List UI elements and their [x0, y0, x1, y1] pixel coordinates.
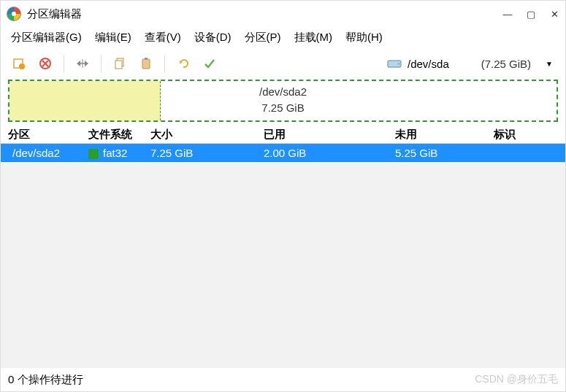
fs-color-icon	[88, 149, 99, 159]
svg-rect-10	[115, 61, 122, 69]
pending-operations: 0 个操作待进行	[8, 373, 83, 387]
col-used[interactable]: 已用	[264, 128, 395, 142]
watermark-text: CSDN @身价五毛	[475, 373, 558, 386]
close-button[interactable]: ✕	[549, 9, 559, 20]
app-logo-icon	[7, 7, 21, 21]
copy-icon[interactable]	[109, 53, 131, 74]
titlebar: 分区编辑器 — ▢ ✕	[1, 1, 565, 27]
maximize-button[interactable]: ▢	[526, 9, 536, 20]
col-filesystem[interactable]: 文件系统	[88, 128, 150, 142]
resize-partition-icon[interactable]	[72, 53, 93, 74]
empty-area	[1, 162, 565, 368]
table-header: 分区 文件系统 大小 已用 未用 标识	[1, 126, 565, 144]
cell-size: 7.25 GiB	[150, 147, 264, 159]
menu-mount[interactable]: 挂载(M)	[288, 28, 339, 47]
minimize-button[interactable]: —	[502, 9, 513, 20]
undo-icon[interactable]	[172, 53, 194, 74]
apply-icon[interactable]	[199, 53, 221, 74]
cell-used: 2.00 GiB	[264, 147, 395, 159]
menubar: 分区编辑器(G) 编辑(E) 查看(V) 设备(D) 分区(P) 挂载(M) 帮…	[1, 27, 565, 49]
delete-partition-icon[interactable]	[34, 53, 56, 74]
window-title: 分区编辑器	[27, 7, 502, 21]
svg-rect-11	[142, 59, 150, 69]
col-free[interactable]: 未用	[395, 128, 494, 142]
new-partition-icon[interactable]	[8, 53, 30, 74]
cell-filesystem: fat32	[88, 147, 150, 159]
cell-free: 5.25 GiB	[395, 147, 494, 159]
chevron-down-icon: ▼	[546, 60, 553, 68]
toolbar-separator	[64, 55, 64, 72]
statusbar: 0 个操作待进行 CSDN @身价五毛	[1, 368, 565, 391]
menu-device[interactable]: 设备(D)	[188, 28, 237, 47]
menu-view[interactable]: 查看(V)	[139, 28, 187, 47]
partition-visual[interactable]: /dev/sda2 7.25 GiB	[8, 80, 558, 122]
menu-partition[interactable]: 分区(P)	[239, 28, 287, 47]
device-name: /dev/sda	[408, 58, 449, 70]
svg-point-1	[12, 12, 16, 16]
partition-visual-size: 7.25 GiB	[9, 101, 557, 114]
menu-help[interactable]: 帮助(H)	[340, 28, 389, 47]
menu-edit[interactable]: 编辑(E)	[89, 28, 137, 47]
table-row[interactable]: /dev/sda2 fat32 7.25 GiB 2.00 GiB 5.25 G…	[1, 144, 565, 162]
toolbar-separator	[101, 55, 102, 72]
toolbar-separator	[164, 55, 165, 72]
col-partition[interactable]: 分区	[8, 128, 88, 142]
svg-point-14	[398, 64, 399, 65]
partition-visual-name: /dev/sda2	[9, 85, 557, 98]
svg-rect-12	[145, 58, 148, 60]
col-flags[interactable]: 标识	[494, 128, 558, 142]
toolbar: /dev/sda (7.25 GiB) ▼	[1, 49, 565, 78]
device-size: (7.25 GiB)	[481, 58, 531, 70]
menu-gparted[interactable]: 分区编辑器(G)	[5, 28, 88, 47]
paste-icon[interactable]	[135, 53, 157, 74]
cell-partition: /dev/sda2	[8, 147, 88, 159]
svg-point-3	[19, 64, 25, 69]
col-size[interactable]: 大小	[150, 128, 264, 142]
harddisk-icon	[387, 58, 402, 69]
device-selector[interactable]: /dev/sda (7.25 GiB) ▼	[382, 55, 558, 72]
